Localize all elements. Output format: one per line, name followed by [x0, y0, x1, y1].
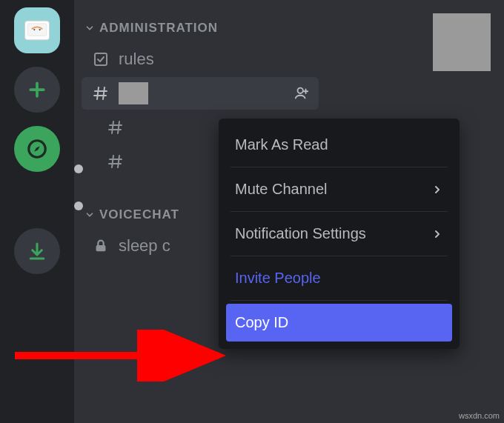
compass-icon: [26, 138, 48, 160]
server-selected[interactable]: [14, 7, 60, 53]
channel-rules[interactable]: rules: [82, 43, 319, 76]
presence-dot: [74, 201, 83, 210]
hash-icon: [105, 119, 126, 136]
annotation-arrow: [11, 330, 241, 382]
download-icon: [26, 240, 48, 262]
svg-point-3: [39, 29, 41, 30]
chevron-right-icon: [431, 228, 443, 240]
svg-point-6: [298, 88, 303, 93]
channel-label: rules: [119, 50, 310, 69]
keycap-icon: [21, 14, 53, 47]
menu-separator: [231, 167, 448, 167]
menu-notification-settings[interactable]: Notification Settings: [226, 215, 452, 253]
svg-rect-5: [95, 53, 107, 65]
watermark: wsxdn.com: [459, 411, 500, 420]
menu-mute-channel[interactable]: Mute Channel: [226, 170, 452, 208]
lock-icon: [90, 238, 111, 254]
svg-rect-1: [27, 24, 47, 36]
rules-icon: [90, 50, 111, 68]
chevron-right-icon: [431, 184, 443, 196]
chevron-down-icon: [84, 210, 95, 220]
hash-icon: [90, 84, 111, 102]
menu-mark-read[interactable]: Mark As Read: [226, 126, 452, 164]
menu-invite-people[interactable]: Invite People: [226, 259, 452, 297]
download-button[interactable]: [14, 228, 60, 274]
channel-selected[interactable]: [82, 77, 319, 110]
category-label: ADMINISTRATION: [99, 21, 218, 36]
category-label: VOICECHAT: [99, 207, 179, 222]
menu-label: Mute Channel: [235, 181, 328, 198]
add-server-button[interactable]: [14, 67, 60, 113]
menu-separator: [231, 300, 448, 301]
channel-label: [119, 82, 294, 104]
context-menu: Mark As Read Mute Channel Notification S…: [219, 119, 460, 349]
category-administration[interactable]: ADMINISTRATION: [74, 15, 326, 41]
menu-label: Mark As Read: [235, 136, 328, 153]
plus-icon: [26, 79, 48, 101]
menu-label: Invite People: [235, 270, 321, 287]
menu-separator: [231, 256, 448, 256]
chevron-down-icon: [84, 23, 95, 33]
svg-rect-7: [96, 245, 106, 251]
menu-label: Copy ID: [235, 314, 288, 331]
explore-button[interactable]: [14, 126, 60, 172]
menu-label: Notification Settings: [235, 225, 366, 242]
svg-point-2: [33, 29, 35, 30]
hash-icon: [105, 153, 126, 170]
thumbnail-placeholder: [433, 13, 491, 71]
menu-copy-id[interactable]: Copy ID: [226, 304, 452, 342]
menu-separator: [231, 211, 448, 212]
presence-dot: [74, 164, 83, 173]
add-user-icon[interactable]: [294, 85, 310, 101]
